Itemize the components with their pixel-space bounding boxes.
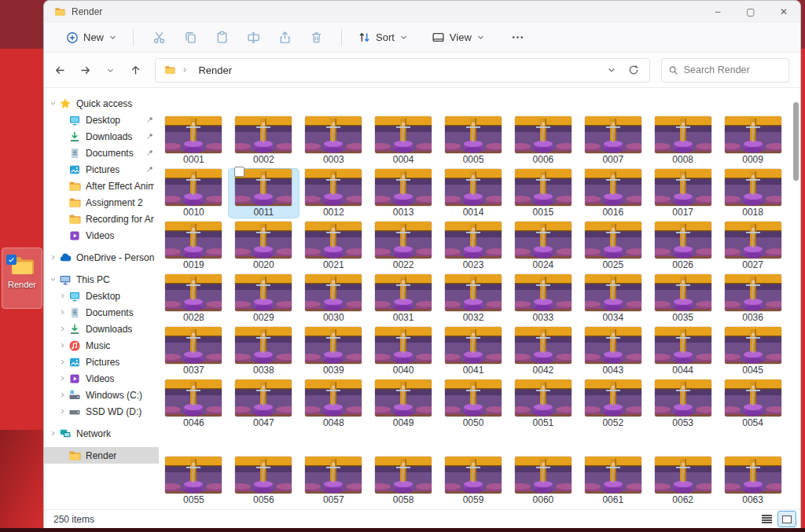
new-button[interactable]: New [60, 27, 123, 49]
vertical-scrollbar[interactable] [793, 99, 799, 500]
file-item-0004[interactable]: 0004 [369, 116, 439, 165]
window-tab[interactable]: Render [44, 6, 102, 17]
address-dropdown-button[interactable] [601, 60, 623, 80]
file-item-0003[interactable]: 0003 [299, 116, 369, 165]
sidebar-item-ssd-wd-d[interactable]: SSD WD (D:) [44, 403, 159, 420]
copy-button[interactable] [175, 26, 206, 50]
file-item-0014[interactable]: 0014 [439, 169, 509, 218]
details-view-button[interactable] [758, 512, 775, 526]
file-item-0054[interactable]: 0054 [718, 380, 788, 428]
file-item-0039[interactable]: 0039 [299, 327, 369, 376]
file-item-0008[interactable]: 0008 [648, 116, 718, 165]
more-options-button[interactable] [502, 26, 534, 50]
sidebar-item-recording-for-art-h[interactable]: Recording for Art H [44, 211, 159, 227]
sidebar-item-onedrive-personal[interactable]: OneDrive - Personal [44, 249, 159, 266]
close-button[interactable]: ✕ [767, 1, 800, 23]
selection-checkbox[interactable] [234, 167, 244, 177]
sidebar-item-videos[interactable]: Videos [44, 227, 159, 244]
chevron-right-icon[interactable] [57, 375, 68, 382]
sidebar-item-downloads[interactable]: Downloads [44, 128, 159, 145]
file-item-0026[interactable]: 0026 [648, 222, 718, 270]
chevron-right-icon[interactable] [57, 358, 68, 365]
cut-button[interactable] [143, 26, 175, 50]
file-item-0019[interactable]: 0019 [159, 222, 229, 270]
file-item-0011[interactable]: 0011 [229, 169, 299, 218]
scrollbar-thumb[interactable] [793, 102, 799, 181]
recent-locations-button[interactable] [99, 58, 123, 82]
sidebar-item-render[interactable]: Render [44, 447, 159, 464]
sidebar-item-videos[interactable]: Videos [44, 370, 159, 387]
sidebar-item-downloads[interactable]: Downloads [44, 321, 159, 337]
desktop-folder-render[interactable]: Render [2, 248, 42, 308]
file-item-0052[interactable]: 0052 [578, 380, 648, 428]
sidebar-item-documents[interactable]: Documents [44, 145, 159, 161]
search-input[interactable] [684, 64, 782, 75]
refresh-button[interactable] [623, 60, 645, 80]
chevron-right-icon[interactable] [57, 408, 68, 415]
file-item-0005[interactable]: 0005 [439, 116, 509, 165]
file-item-0059[interactable]: 0059 [439, 457, 509, 505]
sidebar-item-pictures[interactable]: Pictures [44, 161, 159, 178]
file-item-0028[interactable]: 0028 [159, 274, 229, 323]
sidebar-item-assignment-2[interactable]: Assignment 2 [44, 194, 159, 211]
file-item-0025[interactable]: 0025 [578, 222, 648, 270]
file-item-0051[interactable]: 0051 [508, 380, 578, 428]
file-item-0036[interactable]: 0036 [718, 274, 788, 323]
file-item-0023[interactable]: 0023 [439, 222, 509, 270]
chevron-right-icon[interactable] [57, 292, 68, 299]
file-item-0038[interactable]: 0038 [229, 327, 299, 376]
file-item-0046[interactable]: 0046 [159, 380, 229, 428]
sidebar-item-pictures[interactable]: Pictures [44, 354, 159, 370]
file-item-0035[interactable]: 0035 [648, 274, 718, 323]
file-item-0047[interactable]: 0047 [229, 380, 299, 428]
chevron-down-icon[interactable] [47, 100, 58, 107]
address-bar[interactable]: Render [155, 58, 649, 83]
file-item-0053[interactable]: 0053 [648, 380, 718, 428]
file-item-0062[interactable]: 0062 [648, 457, 718, 505]
file-item-0050[interactable]: 0050 [439, 380, 509, 428]
file-item-0030[interactable]: 0030 [299, 274, 369, 323]
file-item-0024[interactable]: 0024 [508, 222, 578, 270]
file-item-0045[interactable]: 0045 [718, 327, 788, 376]
file-item-0001[interactable]: 0001 [159, 116, 229, 165]
chevron-right-icon[interactable] [47, 254, 58, 261]
file-item-0012[interactable]: 0012 [299, 169, 369, 218]
file-item-0042[interactable]: 0042 [508, 327, 578, 376]
file-item-0055[interactable]: 0055 [159, 457, 229, 505]
file-item-0007[interactable]: 0007 [578, 116, 648, 165]
file-item-0021[interactable]: 0021 [299, 222, 369, 270]
search-box[interactable] [661, 58, 789, 83]
file-item-0031[interactable]: 0031 [369, 274, 439, 323]
sort-button[interactable]: Sort [351, 26, 414, 49]
file-item-0016[interactable]: 0016 [578, 169, 648, 218]
forward-button[interactable] [74, 58, 97, 82]
back-button[interactable] [49, 58, 72, 82]
sidebar-item-quick-access[interactable]: Quick access [44, 95, 159, 112]
sidebar-item-windows-c[interactable]: Windows (C:) [44, 387, 159, 403]
file-item-0060[interactable]: 0060 [508, 457, 578, 505]
sidebar-item-music[interactable]: Music [44, 337, 159, 354]
sidebar-item-desktop[interactable]: Desktop [44, 112, 159, 128]
file-item-0013[interactable]: 0013 [369, 169, 439, 218]
file-item-0006[interactable]: 0006 [508, 116, 578, 165]
file-item-0061[interactable]: 0061 [578, 457, 648, 505]
chevron-right-icon[interactable] [57, 391, 68, 398]
chevron-right-icon[interactable] [57, 325, 68, 332]
share-button[interactable] [269, 26, 300, 50]
sidebar-item-desktop[interactable]: Desktop [44, 288, 159, 304]
file-item-0015[interactable]: 0015 [508, 169, 578, 218]
file-item-0017[interactable]: 0017 [648, 169, 718, 218]
file-item-0048[interactable]: 0048 [299, 380, 369, 428]
file-item-0034[interactable]: 0034 [578, 274, 648, 323]
view-button[interactable]: View [425, 26, 491, 49]
file-item-0044[interactable]: 0044 [648, 327, 718, 376]
sidebar-item-documents[interactable]: Documents [44, 304, 159, 321]
file-item-0009[interactable]: 0009 [718, 116, 788, 165]
file-item-0040[interactable]: 0040 [369, 327, 439, 376]
file-item-0057[interactable]: 0057 [299, 457, 369, 505]
file-item-0027[interactable]: 0027 [718, 222, 788, 270]
minimize-button[interactable]: – [701, 1, 734, 23]
file-item-0029[interactable]: 0029 [229, 274, 299, 323]
sidebar-item-network[interactable]: Network [44, 425, 159, 442]
file-item-0022[interactable]: 0022 [369, 222, 439, 270]
